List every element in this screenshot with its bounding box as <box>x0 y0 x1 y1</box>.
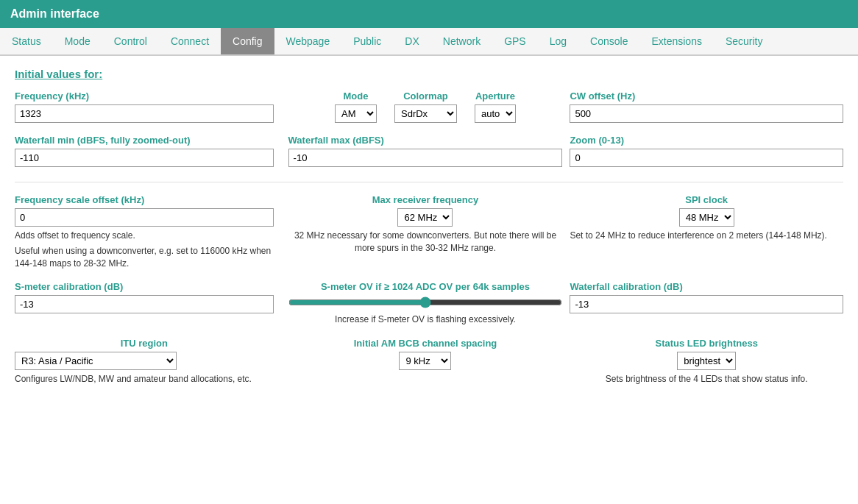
aperture-group: Aperture auto0123 <box>475 90 516 123</box>
waterfall-cal-group: Waterfall calibration (dB) <box>570 281 843 326</box>
mode-select[interactable]: AMFMUSBLSBCW <box>335 104 377 123</box>
frequency-label: Frequency (kHz) <box>15 90 274 102</box>
freq-scale-help2: Useful when using a downconverter, e.g. … <box>15 245 274 270</box>
nav-item-security[interactable]: Security <box>714 28 775 54</box>
am-bcb-group: Initial AM BCB channel spacing 9 kHz10 k… <box>288 338 570 386</box>
max-receiver-help: 32 MHz necessary for some downconverters… <box>288 230 563 255</box>
waterfall-cal-input[interactable] <box>570 295 843 313</box>
waterfall-min-group: Waterfall min (dBFS, fully zoomed-out) <box>15 135 288 167</box>
colormap-label: Colormap <box>394 90 457 102</box>
itu-region-label: ITU region <box>15 338 274 349</box>
smeter-ov-slider[interactable] <box>288 297 563 308</box>
waterfall-max-input[interactable] <box>288 149 563 167</box>
nav-item-network[interactable]: Network <box>431 28 492 54</box>
nav-item-log[interactable]: Log <box>538 28 578 54</box>
nav-item-dx[interactable]: DX <box>393 28 430 54</box>
waterfall-cal-label: Waterfall calibration (dB) <box>570 281 843 292</box>
zoom-label: Zoom (0-13) <box>570 135 843 146</box>
smeter-cal-label: S-meter calibration (dB) <box>15 281 274 292</box>
aperture-label: Aperture <box>475 90 516 102</box>
waterfall-max-label: Waterfall max (dBFS) <box>288 135 563 146</box>
waterfall-min-input[interactable] <box>15 149 274 167</box>
nav-item-status[interactable]: Status <box>0 28 53 54</box>
spi-clock-select[interactable]: 48 MHz24 MHz <box>679 208 734 227</box>
nav-item-control[interactable]: Control <box>102 28 159 54</box>
cw-offset-group: CW offset (Hz) <box>570 90 843 123</box>
nav-item-mode[interactable]: Mode <box>53 28 102 54</box>
am-bcb-select[interactable]: 9 kHz10 kHz <box>399 352 451 370</box>
colormap-group: Colormap SdrDxKiwiCuteSDR <box>394 90 457 123</box>
nav-item-config[interactable]: Config <box>221 28 274 54</box>
status-led-help: Sets brightness of the 4 LEDs that show … <box>570 373 843 386</box>
nav-item-webpage[interactable]: Webpage <box>274 28 342 54</box>
navigation: StatusModeControlConnectConfigWebpagePub… <box>0 28 858 56</box>
spi-clock-label: SPI clock <box>570 194 843 205</box>
waterfall-max-group: Waterfall max (dBFS) <box>288 135 570 167</box>
itu-region-help: Configures LW/NDB, MW and amateur band a… <box>15 373 274 386</box>
spi-clock-help: Set to 24 MHz to reduce interference on … <box>570 230 843 242</box>
freq-scale-help1: Adds offset to frequency scale. <box>15 230 274 242</box>
zoom-group: Zoom (0-13) <box>570 135 843 167</box>
main-content: Initial values for: Frequency (kHz) Mode… <box>0 56 858 405</box>
header-title: Admin interface <box>10 7 99 20</box>
nav-item-console[interactable]: Console <box>578 28 639 54</box>
cw-offset-label: CW offset (Hz) <box>570 90 843 102</box>
max-receiver-label: Max receiver frequency <box>288 194 563 205</box>
max-receiver-group: Max receiver frequency 62 MHz32 MHz20 MH… <box>288 194 570 269</box>
colormap-select[interactable]: SdrDxKiwiCuteSDR <box>394 104 457 123</box>
app-header: Admin interface <box>0 0 858 28</box>
mode-group: Mode AMFMUSBLSBCW <box>335 90 377 123</box>
freq-scale-group: Frequency scale offset (kHz) Adds offset… <box>15 194 288 269</box>
smeter-ov-label: S-meter OV if ≥ 1024 ADC OV per 64k samp… <box>288 281 563 292</box>
nav-item-public[interactable]: Public <box>341 28 393 54</box>
status-led-select[interactable]: brightestbrightmediumdim <box>677 352 736 370</box>
status-led-group: Status LED brightness brightestbrightmed… <box>570 338 843 386</box>
mode-label: Mode <box>335 90 377 102</box>
frequency-input[interactable] <box>15 104 274 123</box>
section-title: Initial values for: <box>15 68 843 80</box>
frequency-group: Frequency (kHz) <box>15 90 288 123</box>
waterfall-min-label: Waterfall min (dBFS, fully zoomed-out) <box>15 135 274 146</box>
spi-clock-group: SPI clock 48 MHz24 MHz Set to 24 MHz to … <box>570 194 843 269</box>
status-led-label: Status LED brightness <box>570 338 843 349</box>
smeter-ov-slider-container <box>288 297 563 310</box>
itu-region-select[interactable]: R3: Asia / Pacific R1: Europe / Africa R… <box>15 352 177 370</box>
freq-scale-label: Frequency scale offset (kHz) <box>15 194 274 205</box>
cw-offset-input[interactable] <box>570 104 843 123</box>
nav-item-connect[interactable]: Connect <box>159 28 221 54</box>
max-receiver-select[interactable]: 62 MHz32 MHz20 MHz <box>397 208 453 227</box>
nav-item-gps[interactable]: GPS <box>492 28 538 54</box>
smeter-ov-group: S-meter OV if ≥ 1024 ADC OV per 64k samp… <box>288 281 570 326</box>
smeter-cal-group: S-meter calibration (dB) <box>15 281 288 326</box>
am-bcb-label: Initial AM BCB channel spacing <box>288 338 563 349</box>
itu-region-group: ITU region R3: Asia / Pacific R1: Europe… <box>15 338 288 386</box>
smeter-cal-input[interactable] <box>15 295 274 313</box>
mode-colormap-aperture-group: Mode AMFMUSBLSBCW Colormap SdrDxKiwiCute… <box>288 90 570 123</box>
nav-item-extensions[interactable]: Extensions <box>639 28 713 54</box>
freq-scale-input[interactable] <box>15 208 274 227</box>
smeter-ov-help: Increase if S-meter OV is flashing exces… <box>288 313 563 326</box>
zoom-input[interactable] <box>570 149 843 167</box>
aperture-select[interactable]: auto0123 <box>475 104 516 123</box>
